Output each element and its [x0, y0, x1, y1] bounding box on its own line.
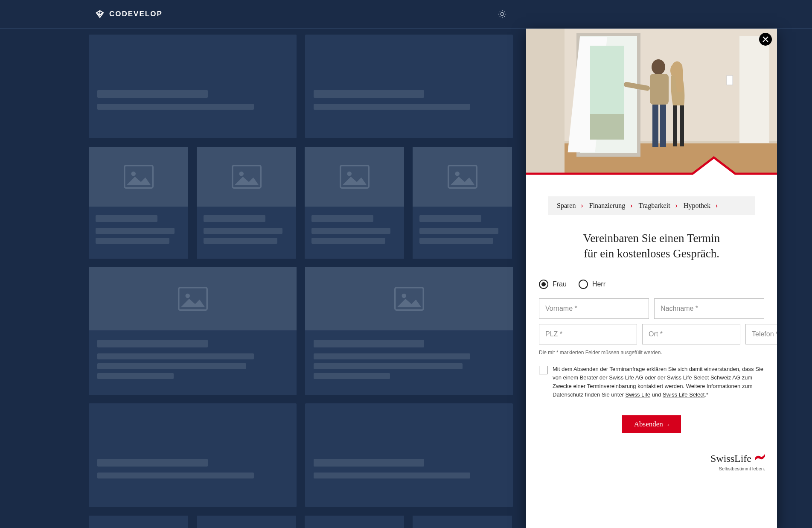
svg-rect-21	[727, 76, 733, 85]
skeleton-card	[305, 147, 404, 259]
heading-line: für ein kostenloses Gespräch.	[584, 247, 719, 260]
site-logo[interactable]: CODEVELOP	[95, 9, 163, 19]
radio-label: Herr	[592, 280, 605, 288]
chevron-right-icon: ›	[675, 202, 678, 210]
radio-herr[interactable]: Herr	[579, 280, 605, 289]
svg-rect-22	[590, 46, 624, 114]
skeleton-card	[89, 35, 297, 138]
skeleton-card	[305, 516, 404, 528]
nachname-field[interactable]	[654, 298, 764, 319]
skeleton-card	[305, 35, 513, 138]
svg-rect-30	[673, 105, 677, 146]
svg-rect-25	[650, 74, 669, 105]
theme-toggle-icon[interactable]	[498, 9, 507, 19]
logo-icon	[95, 9, 105, 19]
step-label: Sparen	[557, 202, 576, 210]
step-label: Tragbarkeit	[639, 202, 670, 210]
skeleton-card	[305, 267, 513, 395]
logo-text: CODEVELOP	[109, 10, 163, 18]
appointment-form: Frau Herr Die mit * markierten Felder mü…	[526, 280, 777, 434]
svg-rect-31	[680, 105, 684, 146]
svg-rect-23	[590, 114, 624, 140]
radio-label: Frau	[553, 280, 567, 288]
privacy-link-swisslife[interactable]: Swiss Life	[626, 391, 651, 398]
chevron-right-icon: ›	[716, 202, 718, 210]
chevron-right-icon: ›	[630, 202, 632, 210]
chevron-right-icon: ›	[667, 421, 669, 428]
skeleton-card	[197, 147, 296, 259]
radio-frau[interactable]: Frau	[539, 280, 567, 289]
step-label: Finanzierung	[589, 202, 625, 210]
svg-point-2	[131, 172, 136, 176]
skeleton-card	[305, 403, 513, 507]
privacy-link-swisslife-select[interactable]: Swiss Life Select	[663, 391, 704, 398]
heading-line: Vereinbaren Sie einen Termin	[583, 232, 720, 245]
skeleton-card	[89, 147, 188, 259]
breadcrumb-steps: Sparen› Finanzierung› Tragbarkeit› Hypot…	[548, 196, 755, 215]
skeleton-card	[413, 147, 512, 259]
vorname-field[interactable]	[539, 298, 649, 319]
svg-point-4	[239, 172, 244, 176]
skeleton-card	[89, 267, 297, 395]
svg-point-8	[455, 172, 460, 176]
modal-footer-brand: SwissLife Selbstbestimmt leben.	[526, 453, 777, 477]
svg-point-24	[652, 59, 665, 75]
close-icon	[763, 36, 768, 42]
step-label: Hypothek	[684, 202, 710, 210]
skeleton-card	[89, 403, 297, 507]
svg-point-12	[402, 294, 406, 298]
ort-field[interactable]	[642, 324, 740, 344]
swiss-flag-icon	[754, 453, 765, 461]
svg-point-6	[347, 172, 352, 176]
consent-row: Mit dem Absenden der Terminanfrage erklä…	[539, 365, 764, 400]
skeleton-card	[89, 516, 188, 528]
svg-rect-27	[660, 105, 666, 147]
consent-checkbox[interactable]	[539, 366, 547, 374]
submit-label: Absenden	[634, 420, 663, 429]
svg-point-0	[501, 12, 503, 15]
modal-heading: Vereinbaren Sie einen Termin für ein kos…	[548, 230, 755, 262]
close-button[interactable]	[759, 33, 772, 46]
modal-hero-image	[526, 29, 777, 177]
required-hint: Die mit * markierten Felder müssen ausge…	[539, 350, 764, 356]
appointment-modal: Sparen› Finanzierung› Tragbarkeit› Hypot…	[526, 29, 777, 528]
telefon-field[interactable]	[745, 324, 777, 344]
topbar: CODEVELOP	[0, 0, 812, 29]
plz-field[interactable]	[539, 324, 637, 344]
svg-point-10	[185, 294, 190, 298]
submit-button[interactable]: Absenden ›	[622, 415, 681, 433]
brand-name: SwissLife	[710, 453, 751, 464]
chevron-right-icon: ›	[581, 202, 583, 210]
svg-rect-26	[652, 105, 658, 147]
brand-tagline: Selbstbestimmt leben.	[538, 466, 765, 471]
svg-rect-20	[739, 36, 769, 143]
skeleton-card	[197, 516, 296, 528]
skeleton-card	[413, 516, 512, 528]
consent-text: Mit dem Absenden der Terminanfrage erklä…	[553, 365, 764, 400]
